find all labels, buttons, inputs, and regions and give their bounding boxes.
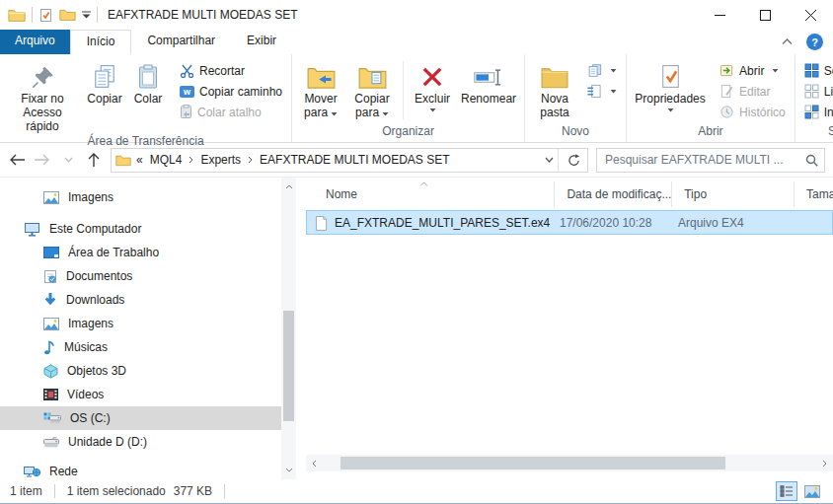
copy-button[interactable]: Copiar	[82, 57, 127, 133]
history-button[interactable]: Histórico	[715, 102, 791, 122]
sidebar-scrollbar[interactable]	[281, 178, 296, 479]
column-header-modified[interactable]: Data de modificaç...	[555, 181, 672, 207]
close-button[interactable]	[788, 0, 833, 30]
chevron-down-icon	[331, 111, 338, 116]
delete-button[interactable]: Excluir	[409, 57, 456, 123]
copy-path-icon: w	[180, 86, 194, 98]
file-list-panel: Nome Data de modificaç... Tipo Tama EA_F…	[296, 178, 833, 479]
sidebar-item-os-c[interactable]: OS (C:)	[0, 406, 296, 430]
videos-icon	[43, 389, 58, 400]
properties-button[interactable]: Propriedades	[631, 57, 710, 123]
breadcrumb-item[interactable]: MQL4	[150, 153, 183, 167]
up-button[interactable]	[81, 147, 107, 173]
copy-path-button[interactable]: w Copiar caminho	[175, 81, 287, 102]
customize-quick-access-icon[interactable]	[82, 11, 91, 19]
tab-view[interactable]: Exibir	[231, 30, 292, 54]
downloads-icon	[43, 293, 57, 307]
sidebar-item-objetos-3d[interactable]: Objetos 3D	[0, 359, 296, 383]
scrollbar-thumb[interactable]	[341, 457, 725, 469]
divider	[224, 484, 225, 498]
tab-share[interactable]: Compartilhar	[131, 30, 231, 54]
sidebar-item-videos[interactable]: Vídeos	[0, 383, 296, 406]
delete-x-icon	[420, 61, 444, 93]
scrollbar-thumb[interactable]	[283, 311, 294, 421]
maximize-button[interactable]	[742, 0, 788, 30]
new-folder-icon	[541, 61, 568, 93]
sidebar-item-label: Documentos	[66, 269, 132, 283]
sidebar-item-label: Área de Trabalho	[68, 246, 159, 259]
sort-ascending-icon	[419, 181, 428, 186]
cut-button[interactable]: Recortar	[175, 60, 287, 81]
desktop-icon	[43, 247, 59, 258]
new-item-button[interactable]	[581, 60, 622, 81]
column-header-type[interactable]: Tipo	[672, 181, 795, 207]
chevron-down-icon	[667, 108, 674, 112]
column-header-name[interactable]: Nome	[296, 181, 555, 207]
new-item-icon	[586, 63, 602, 78]
chevron-right-icon[interactable]	[189, 156, 193, 164]
thumbnails-view-button[interactable]	[801, 481, 823, 501]
scroll-left-icon[interactable]	[306, 455, 323, 471]
sidebar-item-downloads[interactable]: Downloads	[0, 288, 296, 312]
recent-locations-chevron-icon[interactable]	[55, 147, 81, 173]
sidebar-item-musicas[interactable]: Músicas	[0, 335, 296, 359]
address-bar[interactable]: « MQL4 Experts EAFXTRADE MULTI MOEDAS SE…	[111, 148, 588, 173]
divider	[54, 484, 55, 498]
invert-selection-button[interactable]: Inverter seleção	[799, 102, 833, 122]
tab-home[interactable]: Início	[70, 30, 132, 54]
copy-icon	[92, 61, 117, 93]
scroll-down-icon[interactable]	[281, 463, 296, 477]
edit-button[interactable]: Editar	[715, 81, 791, 102]
tab-file[interactable]: Arquivo	[0, 30, 70, 54]
refresh-icon[interactable]	[563, 149, 584, 171]
ribbon-group-new: Nova pasta	[525, 54, 627, 142]
rename-button[interactable]: Renomear	[457, 57, 520, 123]
scroll-up-icon[interactable]	[281, 180, 296, 194]
file-row-selected[interactable]: EA_FXTRADE_MULTI_PARES_SET.ex4 17/06/202…	[306, 210, 833, 235]
sidebar-item-area-de-trabalho[interactable]: Área de Trabalho	[0, 241, 296, 264]
copy-to-button[interactable]: Copiar para	[346, 57, 398, 123]
collapse-ribbon-icon[interactable]	[782, 38, 793, 45]
sidebar-item-rede[interactable]: Rede	[0, 460, 296, 483]
sidebar-item-imagens[interactable]: Imagens	[0, 312, 296, 335]
properties-shortcut-icon[interactable]	[38, 8, 53, 23]
edit-label: Editar	[739, 85, 770, 99]
network-icon	[24, 465, 40, 478]
back-button[interactable]	[4, 147, 30, 173]
breadcrumb-prefix[interactable]: «	[136, 153, 143, 167]
sidebar-item-unidade-d[interactable]: Unidade D (D:)	[0, 430, 296, 454]
clear-selection-icon	[804, 84, 819, 99]
easy-access-button[interactable]	[581, 81, 622, 102]
move-to-button[interactable]: Mover para	[296, 57, 345, 123]
sidebar-item-documentos[interactable]: Documentos	[0, 264, 296, 288]
chevron-down-icon	[610, 68, 617, 73]
breadcrumb-item[interactable]: EAFXTRADE MULTI MOEDAS SET	[260, 153, 449, 167]
minimize-button[interactable]	[697, 0, 742, 30]
search-input[interactable]	[605, 153, 805, 167]
copy-path-label: Copiar caminho	[199, 85, 282, 99]
forward-button[interactable]	[30, 147, 55, 173]
sidebar-item-este-computador[interactable]: Este Computador	[0, 217, 296, 241]
pin-to-quick-access-button[interactable]: Fixar no Acesso rápido	[4, 57, 81, 133]
paste-shortcut-button[interactable]: Colar atalho	[175, 102, 287, 122]
clear-selection-button[interactable]: Limpar seleção	[799, 81, 833, 102]
paste-button[interactable]: Colar	[128, 57, 168, 133]
new-folder-button[interactable]: Nova pasta	[529, 57, 580, 123]
select-all-button[interactable]: Selecionar tudo	[799, 60, 833, 81]
os-drive-icon	[43, 412, 61, 425]
breadcrumb-item[interactable]: Experts	[200, 153, 241, 167]
address-dropdown-chevron-icon[interactable]	[545, 157, 554, 163]
new-folder-shortcut-icon[interactable]	[59, 8, 76, 22]
help-icon[interactable]: ?	[806, 34, 823, 50]
open-button[interactable]: Abrir	[715, 60, 791, 81]
sidebar-item-imagens-quick[interactable]: Imagens	[0, 185, 296, 209]
divider	[558, 149, 559, 172]
paste-label: Colar	[134, 93, 163, 107]
horizontal-scrollbar[interactable]	[306, 455, 833, 471]
column-header-size[interactable]: Tama	[795, 181, 833, 207]
scroll-right-icon[interactable]	[816, 455, 833, 471]
search-icon[interactable]	[805, 154, 818, 167]
select-all-label: Selecionar tudo	[824, 64, 833, 78]
details-view-button[interactable]	[776, 481, 797, 501]
chevron-right-icon[interactable]	[248, 156, 253, 164]
